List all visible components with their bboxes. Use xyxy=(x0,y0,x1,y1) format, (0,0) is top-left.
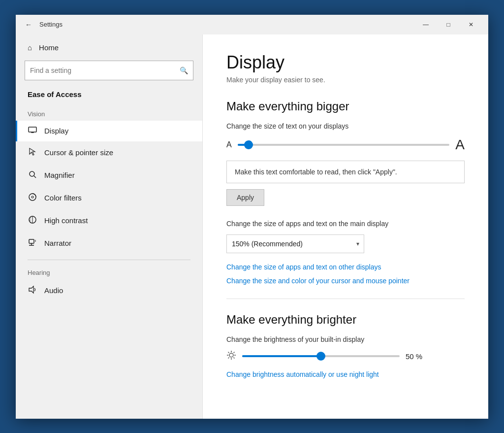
svg-line-25 xyxy=(234,357,235,358)
display-scale-select[interactable]: 100% 125% 150% (Recommended) 175% 200% xyxy=(226,234,364,253)
high-contrast-icon xyxy=(28,215,37,226)
back-button[interactable]: ← xyxy=(22,18,35,32)
display-scale-dropdown-container[interactable]: 100% 125% 150% (Recommended) 175% 200% ▾ xyxy=(226,234,364,253)
svg-marker-18 xyxy=(29,286,33,293)
search-icon: 🔍 xyxy=(180,67,188,74)
page-title: Display xyxy=(226,52,465,73)
svg-rect-13 xyxy=(29,239,34,243)
search-input[interactable] xyxy=(30,67,180,74)
sidebar-item-magnifier-label: Magnifier xyxy=(44,171,75,179)
sidebar-section-hearing: Hearing xyxy=(16,265,202,279)
back-icon: ← xyxy=(25,21,32,29)
home-icon: ⌂ xyxy=(28,43,32,52)
sidebar-item-home[interactable]: ⌂ Home xyxy=(16,34,202,61)
link-cursor-color[interactable]: Change the size and color of your cursor… xyxy=(226,277,465,285)
section1-title: Make everything bigger xyxy=(226,100,465,113)
brightness-value: 50 % xyxy=(406,352,429,361)
svg-point-6 xyxy=(32,196,33,198)
window-controls: — □ ✕ xyxy=(414,17,482,33)
slider-large-a: A xyxy=(455,137,465,153)
svg-line-26 xyxy=(234,352,235,353)
sidebar-item-color-filters[interactable]: Color filters xyxy=(16,187,202,209)
brightness-slider-thumb[interactable] xyxy=(316,352,325,361)
section2-title: Make everything brighter xyxy=(226,313,465,327)
cursor-icon xyxy=(28,147,37,158)
search-box[interactable]: 🔍 xyxy=(25,61,193,80)
page-subtitle: Make your display easier to see. xyxy=(226,76,465,84)
close-button[interactable]: ✕ xyxy=(460,17,482,33)
slider-small-a: A xyxy=(226,140,232,149)
brightness-icon xyxy=(226,350,236,363)
main-content: Display Make your display easier to see.… xyxy=(203,34,488,419)
sidebar-item-audio-label: Audio xyxy=(44,286,63,295)
sidebar: ⌂ Home 🔍 Ease of Access Vision xyxy=(16,34,203,419)
svg-line-27 xyxy=(228,357,229,358)
text-size-slider-row: A A xyxy=(226,137,465,153)
text-preview-content: Make this text comfortable to read, then… xyxy=(235,168,397,176)
sidebar-item-cursor[interactable]: Cursor & pointer size xyxy=(16,141,202,164)
link-night-light[interactable]: Change brightness automatically or use n… xyxy=(226,370,465,378)
magnifier-icon xyxy=(28,170,37,181)
sidebar-item-narrator[interactable]: Narrator xyxy=(16,232,202,255)
svg-point-3 xyxy=(30,171,34,176)
display-icon xyxy=(28,127,37,135)
sidebar-item-magnifier[interactable]: Magnifier xyxy=(16,164,202,187)
brightness-slider-fill xyxy=(242,355,321,357)
sidebar-item-display[interactable]: Display xyxy=(16,121,202,141)
maximize-button[interactable]: □ xyxy=(437,17,460,33)
sidebar-section-vision: Vision xyxy=(16,106,202,121)
change-size-label: Change the size of text on your displays xyxy=(226,122,465,130)
section-divider xyxy=(226,299,465,299)
color-filters-icon xyxy=(28,193,37,203)
sidebar-item-narrator-label: Narrator xyxy=(44,239,71,247)
change-apps-label: Change the size of apps and text on the … xyxy=(226,220,465,228)
sidebar-category: Ease of Access xyxy=(16,90,202,101)
sidebar-divider xyxy=(28,260,190,260)
sidebar-item-color-filters-label: Color filters xyxy=(44,194,82,202)
brightness-slider-track[interactable] xyxy=(242,355,400,357)
sidebar-item-high-contrast-label: High contrast xyxy=(44,216,88,225)
minimize-button[interactable]: — xyxy=(414,17,437,33)
sidebar-item-cursor-label: Cursor & pointer size xyxy=(44,148,113,157)
narrator-icon xyxy=(28,238,37,249)
apply-button[interactable]: Apply xyxy=(226,189,264,206)
sidebar-item-display-label: Display xyxy=(44,127,68,135)
text-preview-box: Make this text comfortable to read, then… xyxy=(226,161,465,183)
window-title: Settings xyxy=(39,21,414,28)
home-label: Home xyxy=(39,43,59,52)
brightness-label: Change the brightness of your built-in d… xyxy=(226,335,465,343)
svg-line-24 xyxy=(228,352,229,353)
settings-window: ← Settings — □ ✕ ⌂ Home 🔍 Ease of Access xyxy=(16,15,488,419)
link-other-displays[interactable]: Change the size of apps and text on othe… xyxy=(226,263,465,271)
window-body: ⌂ Home 🔍 Ease of Access Vision xyxy=(16,34,488,419)
svg-line-4 xyxy=(34,176,36,178)
text-size-slider-track[interactable] xyxy=(238,144,450,146)
title-bar: ← Settings — □ ✕ xyxy=(16,15,488,34)
brightness-slider-row: 50 % xyxy=(226,350,465,363)
svg-rect-0 xyxy=(29,127,36,132)
sidebar-item-high-contrast[interactable]: High contrast xyxy=(16,209,202,232)
text-size-slider-thumb[interactable] xyxy=(244,140,253,149)
svg-point-19 xyxy=(229,353,233,357)
sidebar-item-audio[interactable]: Audio xyxy=(16,279,202,302)
audio-icon xyxy=(28,285,37,296)
